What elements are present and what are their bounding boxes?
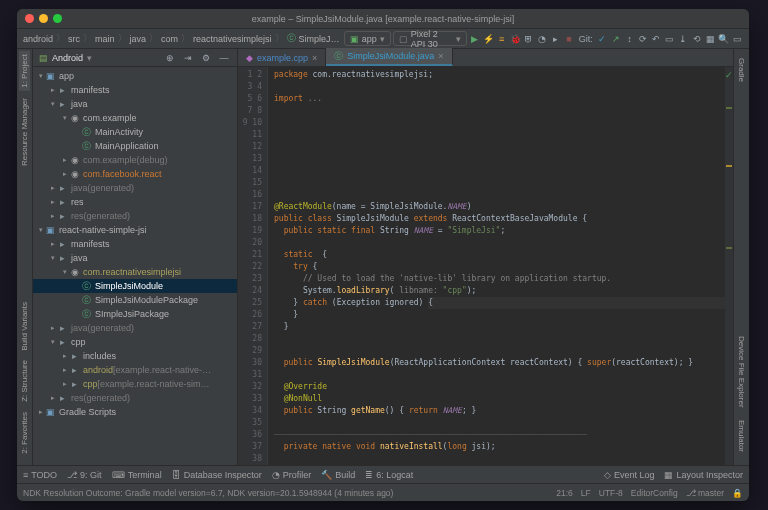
tree-node[interactable]: ⓒSImpleJsiPackage — [33, 307, 237, 321]
tree-node[interactable]: ▸▸res (generated) — [33, 209, 237, 223]
apply-code-icon[interactable]: ≡ — [496, 32, 507, 46]
window-title: example – SimpleJsiModule.java [example.… — [17, 14, 749, 24]
coverage-icon[interactable]: ⛨ — [523, 32, 534, 46]
tree-node[interactable]: ▸▸res — [33, 195, 237, 209]
tree-node[interactable]: ▸▸manifests — [33, 83, 237, 97]
project-header[interactable]: ▤ Android▾ ⊕ ⇥ ⚙ — — [33, 49, 237, 67]
project-collapse-icon[interactable]: ⇥ — [181, 51, 195, 65]
apply-changes-icon[interactable]: ⚡ — [482, 32, 493, 46]
settings-icon[interactable]: ▦ — [705, 32, 716, 46]
lock-icon[interactable]: 🔒 — [732, 488, 743, 498]
tree-node[interactable]: ▸◉com.example (debug) — [33, 153, 237, 167]
git-branch[interactable]: ⎇ master — [686, 488, 724, 498]
tree-node[interactable]: ▾▣react-native-simple-jsi — [33, 223, 237, 237]
sync-icon[interactable]: ⟲ — [691, 32, 702, 46]
tool-build[interactable]: 🔨Build — [321, 470, 355, 480]
tool-event-log[interactable]: ◇Event Log — [604, 470, 655, 480]
search-icon[interactable]: 🔍 — [718, 32, 729, 46]
tree-node[interactable]: ⓒMainActivity — [33, 125, 237, 139]
rail-project[interactable]: 1: Project — [19, 51, 30, 91]
project-gear-icon[interactable]: ⚙ — [199, 51, 213, 65]
tree-node[interactable]: ▸◉com.facebook.react — [33, 167, 237, 181]
tree-node[interactable]: ⓒSimpleJsiModule — [33, 279, 237, 293]
rail-resource-manager[interactable]: Resource Manager — [19, 95, 30, 169]
left-tool-rail: 1: Project Resource Manager Build Varian… — [17, 49, 33, 465]
tool-layout-inspector[interactable]: ▦Layout Inspector — [664, 470, 743, 480]
error-stripe[interactable]: ✓ — [725, 67, 733, 465]
sdk-icon[interactable]: ⤓ — [678, 32, 689, 46]
rail-structure[interactable]: Z: Structure — [19, 357, 30, 405]
tree-node[interactable]: ⓒMainApplication — [33, 139, 237, 153]
revert-icon[interactable]: ↶ — [651, 32, 662, 46]
tree-node[interactable]: ▾▸java — [33, 251, 237, 265]
line-ending[interactable]: LF — [581, 488, 591, 498]
rail-favorites[interactable]: 2: Favorites — [19, 409, 30, 457]
project-settings-icon[interactable]: ⊕ — [163, 51, 177, 65]
rail-build-variants[interactable]: Build Variants — [19, 299, 30, 354]
stop-icon[interactable]: ■ — [563, 32, 574, 46]
tab-simplejsimodule[interactable]: ⓒSimpleJsiModule.java× — [326, 48, 452, 66]
git-history-icon[interactable]: ⟳ — [637, 32, 648, 46]
status-bar: NDK Resolution Outcome: Gradle model ver… — [17, 483, 749, 501]
close-window[interactable] — [25, 14, 34, 23]
git-label: Git: — [579, 34, 593, 44]
tab-example-cpp[interactable]: ◆example.cpp× — [238, 49, 326, 66]
profile-icon[interactable]: ◔ — [536, 32, 547, 46]
right-tool-rail: Gradle Device File Explorer Emulator — [733, 49, 749, 465]
editor-area: ◆example.cpp× ⓒSimpleJsiModule.java× 1 2… — [238, 49, 733, 465]
traffic-lights — [25, 14, 62, 23]
tree-node[interactable]: ▸▸res (generated) — [33, 391, 237, 405]
titlebar: example – SimpleJsiModule.java [example.… — [17, 9, 749, 29]
rail-device-file-explorer[interactable]: Device File Explorer — [736, 333, 747, 411]
project-hide-icon[interactable]: — — [217, 51, 231, 65]
tree-node[interactable]: ▾◉com.reactnativesimplejsi — [33, 265, 237, 279]
status-message: NDK Resolution Outcome: Gradle model ver… — [23, 488, 393, 498]
project-tree[interactable]: ▾▣app▸▸manifests▾▸java▾◉com.exampleⓒMain… — [33, 67, 237, 465]
git-update-icon[interactable]: ✓ — [597, 32, 608, 46]
tree-node[interactable]: ▸▸android [example.react-native-… — [33, 363, 237, 377]
minimize-window[interactable] — [39, 14, 48, 23]
zoom-window[interactable] — [53, 14, 62, 23]
run-icon[interactable]: ▶ — [469, 32, 480, 46]
tree-node[interactable]: ⓒSimpleJsiModulePackage — [33, 293, 237, 307]
caret-position[interactable]: 21:6 — [556, 488, 573, 498]
attach-icon[interactable]: ▸ — [550, 32, 561, 46]
rail-gradle[interactable]: Gradle — [736, 55, 747, 85]
tool-terminal[interactable]: ⌨Terminal — [112, 470, 162, 480]
main-area: 1: Project Resource Manager Build Varian… — [17, 49, 749, 465]
tool-db-inspector[interactable]: 🗄Database Inspector — [172, 470, 262, 480]
tree-node[interactable]: ▸▣Gradle Scripts — [33, 405, 237, 419]
line-gutter[interactable]: 1 2 3 4 5 6 7 8 9 10 11 12 13 14 15 16 1… — [238, 67, 268, 465]
editor-tabs: ◆example.cpp× ⓒSimpleJsiModule.java× — [238, 49, 733, 67]
code-editor[interactable]: 1 2 3 4 5 6 7 8 9 10 11 12 13 14 15 16 1… — [238, 67, 733, 465]
file-encoding[interactable]: UTF-8 — [599, 488, 623, 498]
run-config-selector[interactable]: ▣app▾ — [344, 31, 391, 46]
tree-node[interactable]: ▾◉com.example — [33, 111, 237, 125]
tree-node[interactable]: ▾▣app — [33, 69, 237, 83]
tree-node[interactable]: ▸▸manifests — [33, 237, 237, 251]
inspection-ok-icon[interactable]: ✓ — [725, 70, 733, 80]
tree-node[interactable]: ▸▸cpp [example.react-native-sim… — [33, 377, 237, 391]
ide-window: example – SimpleJsiModule.java [example.… — [17, 9, 749, 501]
code-content[interactable]: package com.reactnativesimplejsi; import… — [268, 67, 733, 465]
git-push-icon[interactable]: ↕ — [624, 32, 635, 46]
rail-emulator[interactable]: Emulator — [736, 417, 747, 455]
toolbar: android〉 src〉 main〉 java〉 com〉 reactnati… — [17, 29, 749, 49]
project-panel: ▤ Android▾ ⊕ ⇥ ⚙ — ▾▣app▸▸manifests▾▸jav… — [33, 49, 238, 465]
tool-git[interactable]: ⎇9: Git — [67, 470, 102, 480]
tree-node[interactable]: ▾▸cpp — [33, 335, 237, 349]
tree-node[interactable]: ▸▸includes — [33, 349, 237, 363]
tool-todo[interactable]: ≡TODO — [23, 470, 57, 480]
tree-node[interactable]: ▸▸java (generated) — [33, 321, 237, 335]
tool-profiler[interactable]: ◔Profiler — [272, 470, 312, 480]
breadcrumbs[interactable]: android〉 src〉 main〉 java〉 com〉 reactnati… — [23, 32, 340, 45]
avd-icon[interactable]: ▭ — [664, 32, 675, 46]
overflow-icon[interactable]: ▭ — [731, 32, 742, 46]
editorconfig[interactable]: EditorConfig — [631, 488, 678, 498]
debug-icon[interactable]: 🐞 — [509, 32, 520, 46]
tree-node[interactable]: ▾▸java — [33, 97, 237, 111]
git-commit-icon[interactable]: ↗ — [610, 32, 621, 46]
tree-node[interactable]: ▸▸java (generated) — [33, 181, 237, 195]
tool-logcat[interactable]: ≣6: Logcat — [365, 470, 413, 480]
device-selector[interactable]: ▢Pixel 2 API 30▾ — [393, 31, 467, 46]
